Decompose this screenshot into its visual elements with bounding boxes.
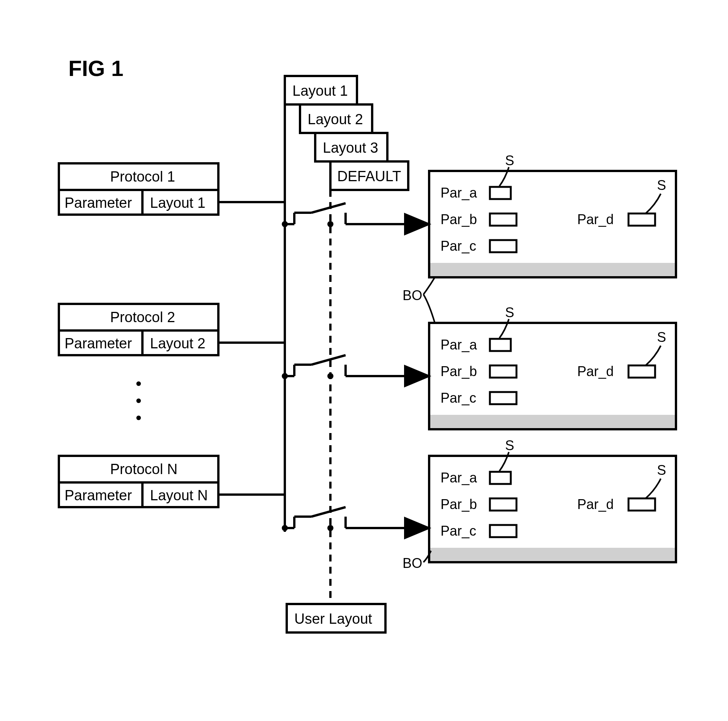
protocol-box-n: Protocol N Parameter Layout N	[59, 456, 218, 507]
user-layout-label: User Layout	[294, 611, 372, 627]
panel2-par-b: Par_b	[441, 364, 477, 379]
svg-rect-32	[490, 472, 511, 484]
panel3-par-a: Par_a	[441, 470, 477, 485]
panel1-par-c: Par_c	[441, 238, 476, 254]
panel2-s-1: S	[505, 305, 514, 320]
svg-rect-33	[490, 498, 516, 511]
protocol-2-layout: Layout 2	[150, 335, 205, 351]
panel2-par-d: Par_d	[577, 364, 614, 379]
panel2-s-2: S	[657, 329, 666, 345]
layout-stack: Layout 1 Layout 2 Layout 3 DEFAULT	[285, 76, 408, 190]
protocol-1-title: Protocol 1	[110, 169, 175, 185]
svg-rect-26	[490, 339, 511, 351]
svg-rect-28	[490, 392, 516, 404]
svg-line-56	[311, 507, 346, 517]
svg-rect-27	[490, 365, 516, 378]
svg-point-43	[327, 221, 333, 227]
diagram-svg: FIG 1 Layout 1 Layout 2 Layout 3 DEFAULT…	[0, 0, 728, 721]
protocol-n-param: Parameter	[65, 487, 132, 503]
svg-rect-22	[490, 240, 516, 252]
protocol-2-title: Protocol 2	[110, 309, 175, 325]
panel3-s-1: S	[505, 438, 514, 453]
protocol-2-param: Parameter	[65, 335, 132, 351]
protocol-1-param: Parameter	[65, 195, 132, 211]
protocol-n-layout: Layout N	[150, 487, 208, 503]
protocol-box-1: Protocol 1 Parameter Layout 1	[59, 163, 218, 215]
panel3-par-c: Par_c	[441, 523, 476, 539]
bo-label-1: BO	[403, 288, 422, 303]
svg-point-13	[136, 416, 141, 420]
svg-rect-25	[430, 415, 675, 428]
svg-rect-29	[629, 365, 655, 378]
ellipsis	[136, 381, 141, 420]
protocol-n-title: Protocol N	[110, 461, 177, 477]
svg-point-12	[136, 398, 141, 403]
switch-3	[282, 507, 429, 531]
layout-stack-item-0: Layout 1	[292, 83, 348, 99]
svg-point-59	[327, 525, 333, 531]
panel1-par-b: Par_b	[441, 212, 477, 227]
panel3-par-b: Par_b	[441, 496, 477, 512]
switch-2	[282, 355, 429, 379]
user-layout-box: User Layout	[287, 604, 385, 632]
figure-label: FIG 1	[68, 56, 123, 81]
svg-rect-23	[629, 213, 655, 226]
panel1-s-1: S	[505, 153, 514, 168]
protocol-box-2: Protocol 2 Parameter Layout 2	[59, 304, 218, 355]
panel2-par-c: Par_c	[441, 390, 476, 406]
layout-stack-item-3: DEFAULT	[337, 168, 401, 184]
panel1-par-a: Par_a	[441, 185, 477, 201]
svg-rect-34	[490, 525, 516, 537]
panel2-par-a: Par_a	[441, 337, 477, 353]
panel3-par-d: Par_d	[577, 496, 614, 512]
svg-line-48	[311, 355, 346, 365]
svg-rect-31	[430, 548, 675, 561]
svg-rect-20	[490, 187, 511, 199]
output-panel-2: Par_a Par_b Par_c Par_d S S	[429, 305, 676, 429]
svg-line-40	[311, 203, 346, 213]
svg-point-51	[327, 373, 333, 379]
panel3-s-2: S	[657, 462, 666, 478]
protocol-1-layout: Layout 1	[150, 195, 205, 211]
bo-label-2: BO	[403, 555, 422, 571]
layout-stack-item-1: Layout 2	[308, 111, 363, 127]
svg-rect-21	[490, 213, 516, 226]
switch-1	[282, 203, 429, 227]
layout-stack-item-2: Layout 3	[323, 140, 378, 156]
svg-rect-19	[430, 263, 675, 276]
svg-rect-35	[629, 498, 655, 511]
svg-point-11	[136, 381, 141, 386]
panel1-s-2: S	[657, 177, 666, 193]
output-panel-1: Par_a Par_b Par_c Par_d S S	[429, 153, 676, 277]
output-panel-3: Par_a Par_b Par_c Par_d S S	[429, 438, 676, 562]
panel1-par-d: Par_d	[577, 212, 614, 227]
